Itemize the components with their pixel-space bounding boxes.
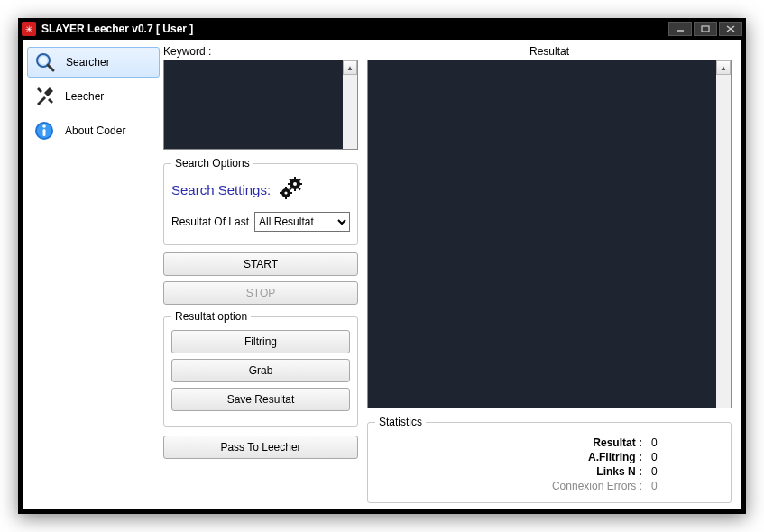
- minimize-button[interactable]: [668, 22, 692, 36]
- stat-row-afiltring: A.Filtring : 0: [375, 450, 723, 464]
- search-options-legend: Search Options: [171, 157, 253, 170]
- svg-rect-9: [43, 129, 46, 136]
- resultat-of-last-label: Resultat Of Last: [171, 216, 249, 228]
- sidebar-item-searcher[interactable]: Searcher: [27, 47, 160, 78]
- search-settings-label: Search Settings:: [171, 182, 271, 197]
- sidebar-item-about[interactable]: About Coder: [27, 115, 160, 146]
- stat-row-connerr: Connexion Errors : 0: [375, 479, 723, 493]
- magnifier-icon: [33, 50, 57, 74]
- sidebar-item-leecher[interactable]: Leecher: [27, 81, 160, 112]
- titlebar[interactable]: ✳ SLAYER Leecher v0.7 [ User ]: [18, 18, 746, 40]
- right-column: Resultat ▲ Statistics Resultat : 0 A.Fil…: [362, 40, 741, 509]
- info-icon: [32, 119, 56, 142]
- svg-rect-1: [702, 26, 709, 32]
- svg-rect-14: [294, 188, 296, 191]
- pass-to-leecher-button[interactable]: Pass To Leecher: [163, 436, 358, 459]
- tools-icon: [32, 85, 56, 108]
- stat-value-resultat: 0: [651, 436, 678, 449]
- stat-label: Connexion Errors :: [534, 480, 642, 492]
- stat-value-linksn: 0: [651, 465, 678, 478]
- search-options-group: Search Options Search Settings:: [163, 157, 358, 245]
- app-icon: ✳: [22, 22, 36, 36]
- stat-row-linksn: Links N : 0: [375, 464, 723, 479]
- maximize-button[interactable]: [694, 22, 717, 36]
- stat-value-connerr: 0: [651, 480, 678, 492]
- window-title: SLAYER Leecher v0.7 [ User ]: [41, 23, 667, 35]
- sidebar-item-label: About Coder: [65, 124, 125, 137]
- resultat-scrollbar[interactable]: ▲: [716, 60, 731, 408]
- search-settings-row: Search Settings:: [171, 177, 350, 203]
- gears-icon[interactable]: [278, 177, 305, 203]
- svg-point-12: [293, 182, 297, 186]
- resultat-option-group: Resultat option Filtring Grab Save Resul…: [163, 310, 358, 427]
- keyword-box-wrap: ▲: [163, 60, 358, 150]
- close-button[interactable]: [719, 22, 742, 36]
- keyword-input[interactable]: [163, 60, 358, 150]
- svg-rect-13: [294, 177, 296, 180]
- svg-rect-15: [288, 183, 291, 185]
- sidebar: Searcher Leecher: [23, 40, 163, 509]
- resultat-option-legend: Resultat option: [171, 310, 251, 323]
- keyword-scrollbar[interactable]: ▲: [343, 60, 357, 149]
- stat-row-resultat: Resultat : 0: [375, 436, 723, 450]
- svg-rect-16: [299, 183, 302, 185]
- start-button[interactable]: START: [163, 252, 358, 276]
- svg-point-5: [40, 57, 48, 65]
- svg-point-10: [42, 124, 46, 128]
- sidebar-item-label: Leecher: [65, 90, 104, 103]
- svg-rect-24: [285, 197, 287, 199]
- resultat-label: Resultat: [367, 45, 732, 58]
- resultat-of-last-select[interactable]: All Resultat: [254, 212, 350, 232]
- sidebar-item-label: Searcher: [66, 56, 110, 69]
- stop-button[interactable]: STOP: [163, 281, 358, 305]
- resultat-of-last-row: Resultat Of Last All Resultat: [171, 212, 350, 232]
- keyword-label: Keyword :: [163, 45, 358, 58]
- stat-label: A.Filtring :: [534, 451, 642, 463]
- resultat-output[interactable]: [367, 60, 732, 408]
- statistics-group: Statistics Resultat : 0 A.Filtring : 0 L…: [367, 416, 732, 503]
- resultat-box-wrap: ▲: [367, 60, 732, 408]
- svg-point-22: [284, 191, 287, 194]
- svg-rect-26: [290, 192, 292, 194]
- statistics-body: Resultat : 0 A.Filtring : 0 Links N : 0 …: [375, 436, 723, 493]
- app-window: ✳ SLAYER Leecher v0.7 [ User ]: [18, 18, 746, 514]
- scroll-up-icon[interactable]: ▲: [343, 60, 357, 75]
- svg-rect-23: [285, 187, 287, 189]
- scroll-up-icon[interactable]: ▲: [716, 60, 731, 75]
- save-resultat-button[interactable]: Save Resultat: [171, 388, 350, 411]
- svg-line-6: [48, 65, 53, 70]
- filtring-button[interactable]: Filtring: [171, 330, 350, 353]
- middle-column: Keyword : ▲ Search Options Search Settin…: [163, 40, 362, 509]
- client-area: Searcher Leecher: [23, 40, 741, 509]
- stat-label: Links N :: [534, 465, 642, 478]
- stat-value-afiltring: 0: [651, 451, 678, 463]
- grab-button[interactable]: Grab: [171, 359, 350, 382]
- stat-label: Resultat :: [534, 436, 642, 449]
- svg-rect-25: [280, 192, 282, 194]
- window-controls: [667, 22, 742, 36]
- statistics-legend: Statistics: [375, 416, 426, 428]
